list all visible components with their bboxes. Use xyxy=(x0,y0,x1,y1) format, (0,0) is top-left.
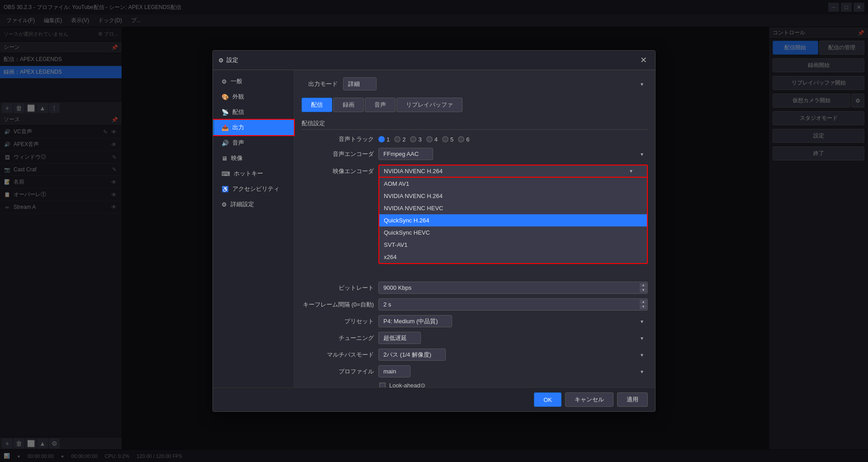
output-mode-select-wrapper: 詳細 シンプル xyxy=(343,77,648,90)
ok-btn[interactable]: OK xyxy=(534,392,561,407)
sidebar-hotkeys-label: ホットキー xyxy=(234,170,263,178)
cancel-btn[interactable]: キャンセル xyxy=(565,392,613,407)
sidebar-video-label: 映像 xyxy=(231,154,243,162)
audio-track-row: 音声トラック 1 2 3 xyxy=(302,135,648,143)
keyframe-down-btn[interactable]: ▼ xyxy=(640,305,647,309)
track-5-radio[interactable] xyxy=(442,136,448,142)
profile-select-wrapper: main xyxy=(378,365,648,377)
stream-icon: 📡 xyxy=(222,109,229,116)
tuning-row: チューニング 超低遅延 xyxy=(302,332,648,344)
bitrate-up-btn[interactable]: ▲ xyxy=(640,283,647,288)
settings-dialog: ⚙ ⚙ 設定 設定 ✕ ⚙ 一般 🎨 外観 xyxy=(212,50,656,412)
lookahead-checkbox[interactable] xyxy=(379,382,386,388)
tab-audio[interactable]: 音声 xyxy=(365,98,396,112)
multipass-select[interactable]: 2パス (1/4 解像度) xyxy=(378,349,446,361)
tab-record[interactable]: 録画 xyxy=(333,98,364,112)
track-3-radio[interactable] xyxy=(410,136,416,142)
sidebar-appearance-label: 外観 xyxy=(232,93,244,101)
video-encoder-label: 映像エンコーダ xyxy=(302,167,374,175)
track-2-radio[interactable] xyxy=(394,136,401,142)
sidebar-item-audio[interactable]: 🔊 音声 xyxy=(213,135,294,151)
video-encoder-row: 映像エンコーダ NVIDIA NVENC H.264 ▼ AOM AV1 NVI… xyxy=(302,165,648,178)
dialog-body: ⚙ 一般 🎨 外観 📡 配信 📤 出力 xyxy=(213,70,655,387)
track-1-radio[interactable] xyxy=(378,136,385,142)
multipass-row: マルチパスモード 2パス (1/4 解像度) xyxy=(302,349,648,361)
sidebar-audio-label: 音声 xyxy=(232,139,244,147)
tuning-label: チューニング xyxy=(302,334,374,342)
track-6-label[interactable]: 6 xyxy=(458,136,469,143)
encoder-selected-value: NVIDIA NVENC H.264 xyxy=(384,168,443,174)
audio-track-label: 音声トラック xyxy=(302,135,374,143)
preset-select-wrapper: P4: Medium (中品質) xyxy=(378,315,648,327)
sidebar-item-output[interactable]: 📤 出力 xyxy=(213,120,294,135)
output-icon: 📤 xyxy=(222,124,229,131)
dialog-sidebar: ⚙ 一般 🎨 外観 📡 配信 📤 出力 xyxy=(213,70,294,387)
encoder-opt-nvenc-h264[interactable]: NVIDIA NVENC H.264 xyxy=(379,190,647,202)
encoder-opt-x264[interactable]: x264 xyxy=(379,251,647,263)
audio-encoder-row: 音声エンコーダ FFmpeg AAC xyxy=(302,148,648,160)
track-3-label[interactable]: 3 xyxy=(410,136,421,143)
track-5-label[interactable]: 5 xyxy=(442,136,453,143)
bitrate-input[interactable] xyxy=(378,282,648,294)
general-icon: ⚙ xyxy=(222,78,227,85)
tuning-select[interactable]: 超低遅延 xyxy=(378,332,421,344)
sidebar-item-hotkeys[interactable]: ⌨ ホットキー xyxy=(213,166,294,181)
encoder-chevron-icon: ▼ xyxy=(629,169,633,174)
tab-stream[interactable]: 配信 xyxy=(302,98,332,112)
sidebar-item-general[interactable]: ⚙ 一般 xyxy=(213,74,294,89)
advanced-icon: ⚙ xyxy=(222,201,227,208)
encoder-opt-qs-hevc[interactable]: QuickSync HEVC xyxy=(379,226,647,239)
encoder-opt-nvenc-hevc[interactable]: NVIDIA NVENC HEVC xyxy=(379,202,647,214)
section-title: 配信設定 xyxy=(302,119,648,130)
preset-label: プリセット xyxy=(302,317,374,325)
dialog-close-btn[interactable]: ✕ xyxy=(637,54,650,66)
sidebar-accessibility-label: アクセシビリティ xyxy=(232,185,279,193)
track-6-radio[interactable] xyxy=(458,136,464,142)
profile-select[interactable]: main xyxy=(378,365,410,377)
encoder-opt-svt[interactable]: SVT-AV1 xyxy=(379,239,647,251)
output-mode-select[interactable]: 詳細 シンプル xyxy=(343,77,377,90)
preset-select[interactable]: P4: Medium (中品質) xyxy=(378,315,452,327)
sidebar-advanced-label: 詳細設定 xyxy=(231,200,254,208)
audio-encoder-select-wrapper: FFmpeg AAC xyxy=(378,148,648,160)
track-6-num: 6 xyxy=(466,136,469,143)
keyframe-up-btn[interactable]: ▲ xyxy=(640,300,647,304)
encoder-dropdown: AOM AV1 NVIDIA NVENC H.264 NVIDIA NVENC … xyxy=(378,178,648,264)
apply-btn[interactable]: 適用 xyxy=(617,392,648,407)
track-4-label[interactable]: 4 xyxy=(426,136,438,143)
encoder-opt-qs-h264[interactable]: QuickSync H.264 xyxy=(379,214,647,226)
audio-encoder-select[interactable]: FFmpeg AAC xyxy=(378,148,433,160)
profile-row: プロファイル main xyxy=(302,365,648,377)
dialog-settings-icon: ⚙ xyxy=(218,57,224,64)
track-1-label[interactable]: 1 xyxy=(378,136,390,143)
encoder-opt-aom[interactable]: AOM AV1 xyxy=(379,178,647,190)
lookahead-row: Look-ahead⊙ xyxy=(379,382,648,387)
tabs-row: 配信 録画 音声 リプレイバッファ xyxy=(302,98,648,112)
sidebar-item-advanced[interactable]: ⚙ 詳細設定 xyxy=(213,197,294,212)
sidebar-item-stream[interactable]: 📡 配信 xyxy=(213,104,294,120)
multipass-select-wrapper: 2パス (1/4 解像度) xyxy=(378,349,648,361)
track-2-label[interactable]: 2 xyxy=(394,136,406,143)
keyframe-input[interactable] xyxy=(378,298,648,311)
dialog-title: ⚙ ⚙ 設定 設定 xyxy=(218,56,238,64)
sidebar-general-label: 一般 xyxy=(231,77,242,85)
sidebar-item-appearance[interactable]: 🎨 外観 xyxy=(213,89,294,104)
accessibility-icon: ♿ xyxy=(222,186,229,193)
settings-dialog-overlay: ⚙ ⚙ 設定 設定 ✕ ⚙ 一般 🎨 外観 xyxy=(0,0,868,462)
tab-replay[interactable]: リプレイバッファ xyxy=(396,98,462,112)
bitrate-spinner: ▲ ▼ xyxy=(378,282,648,294)
bitrate-arrows: ▲ ▼ xyxy=(640,283,647,292)
audio-icon: 🔊 xyxy=(222,140,229,146)
keyframe-arrows: ▲ ▼ xyxy=(640,300,647,309)
keyframe-row: キーフレーム間隔 (0=自動) ▲ ▼ xyxy=(302,298,648,311)
bitrate-down-btn[interactable]: ▼ xyxy=(640,288,647,292)
appearance-icon: 🎨 xyxy=(222,94,229,100)
multipass-label: マルチパスモード xyxy=(302,351,374,359)
sidebar-item-video[interactable]: 🖥 映像 xyxy=(213,151,294,166)
sidebar-item-accessibility[interactable]: ♿ アクセシビリティ xyxy=(213,181,294,197)
profile-label: プロファイル xyxy=(302,368,374,376)
track-2-num: 2 xyxy=(402,136,406,143)
encoder-selected-display[interactable]: NVIDIA NVENC H.264 ▼ xyxy=(378,165,648,178)
track-4-radio[interactable] xyxy=(426,136,433,142)
output-mode-row: 出力モード 詳細 シンプル xyxy=(302,77,648,90)
